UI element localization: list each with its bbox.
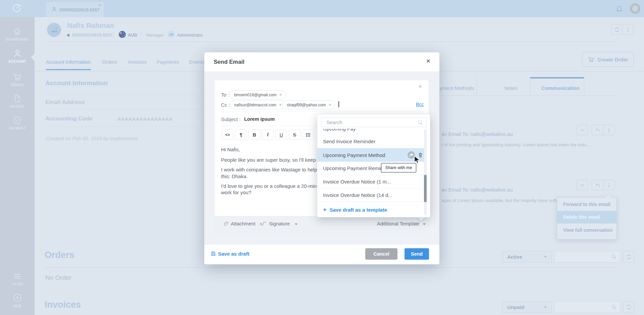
tab-notes[interactable]: Notes	[504, 85, 518, 91]
reply-email-button[interactable]	[592, 125, 603, 135]
orders-section-title: Orders	[45, 250, 74, 260]
template-search	[321, 117, 427, 127]
bcc-link[interactable]: Bcc	[416, 102, 424, 107]
refresh-button[interactable]	[611, 24, 623, 35]
app-logo-icon[interactable]	[11, 3, 23, 14]
tab-invoices[interactable]: Invoices	[128, 59, 147, 65]
send-button[interactable]: Send	[405, 248, 429, 260]
search-icon	[611, 304, 617, 310]
orders-search-input[interactable]	[554, 251, 621, 263]
menu-item-delete[interactable]: Delete this email	[557, 211, 616, 223]
remove-recipient-icon[interactable]: ✕	[328, 103, 331, 107]
create-order-button[interactable]: Create Order	[582, 52, 634, 67]
chevron-down-icon	[423, 223, 426, 225]
dropdown-scrollbar-thumb[interactable]	[424, 175, 427, 202]
email-more-options-button[interactable]: ⋮	[603, 125, 615, 135]
invoices-search-input[interactable]	[554, 301, 621, 313]
divider	[530, 78, 530, 96]
section-title-account-information: Account Information	[45, 80, 108, 87]
attachment-button[interactable]: Attachment	[231, 221, 255, 226]
notifications-bell-icon[interactable]	[615, 5, 623, 13]
divider	[46, 42, 616, 42]
tab-events[interactable]: Events	[189, 59, 205, 65]
aud-flag-icon	[119, 31, 126, 38]
sidebar-item-label: INVOICE	[0, 105, 35, 108]
invoices-status-select[interactable]: Unpaid	[502, 301, 552, 313]
tab-close-icon[interactable]: ✕	[98, 3, 101, 7]
template-item[interactable]: Invoice Overdue Notice (1 m...	[317, 175, 424, 189]
tab-orders[interactable]: Orders	[102, 59, 117, 65]
sidebar-item-todo[interactable]: TO DO	[0, 272, 35, 286]
manager-badge: AD	[168, 31, 175, 38]
list-button[interactable]	[302, 129, 314, 140]
manager-label: Manager:	[146, 33, 165, 38]
tab-account-information[interactable]: Account Information	[46, 59, 91, 65]
paragraph-button[interactable]: ¶	[235, 129, 247, 140]
sidebar-item-label: PAYMENT	[0, 126, 35, 130]
additional-template-button[interactable]: Additional Template	[377, 221, 419, 226]
email-body-editor[interactable]: Hi Nafis, People like you are super busy…	[215, 142, 327, 214]
tab-communication[interactable]: Communication	[541, 85, 579, 91]
template-item[interactable]: Invoice Overdue Notice (14 d...	[317, 189, 424, 202]
person-icon	[0, 49, 35, 58]
account-number: 000000020619-5557	[72, 33, 112, 38]
sidebar-item-order[interactable]: ORDER	[0, 72, 35, 87]
email-item-title: an Email To: nafis@webalive.au	[441, 131, 513, 137]
active-tab-underline	[46, 69, 91, 70]
manager-name: Administrator	[177, 33, 203, 38]
search-icon	[611, 254, 617, 260]
more-options-button[interactable]: ⋮	[622, 24, 634, 35]
divider	[141, 32, 141, 37]
tab-payments[interactable]: Payments	[157, 59, 179, 65]
email-item-title: an Email To: nafis@webalive.au	[441, 187, 513, 193]
floppy-icon	[211, 251, 216, 256]
reply-email-button[interactable]	[592, 180, 603, 190]
invoices-refresh-button[interactable]	[623, 301, 634, 313]
user-avatar[interactable]	[630, 3, 640, 14]
strikethrough-button[interactable]: S	[289, 129, 301, 140]
save-draft-as-template-action[interactable]: + Save draft as a template	[317, 203, 424, 217]
customer-name: Nafis Rahman	[67, 21, 114, 30]
bold-button[interactable]: B	[249, 129, 260, 140]
email-more-options-button[interactable]: ⋮	[603, 180, 615, 190]
underline-button[interactable]: U	[275, 129, 287, 140]
dropdown-scrollbar-track	[424, 129, 427, 215]
account-tab[interactable]: 000000020619-5557 ✕	[46, 2, 104, 17]
cc-chip: nafisur@bitmascot.com ✕	[230, 100, 285, 109]
body-line: Hi Nafis,	[221, 147, 240, 152]
signature-button[interactable]: Signature	[269, 221, 290, 226]
expand-email-button[interactable]	[577, 180, 588, 190]
active-right-tab-bar	[530, 77, 584, 78]
orders-refresh-button[interactable]	[623, 251, 634, 263]
sidebar-item-dashboard[interactable]: DASHBOARD	[0, 27, 35, 41]
menu-item-view-conversation[interactable]: View full conversation	[557, 223, 616, 237]
template-item-clipped[interactable]: Upcoming Pay	[317, 129, 424, 133]
close-icon[interactable]: ✕	[426, 58, 431, 65]
sidebar-item-new[interactable]: NEW	[0, 293, 35, 308]
subject-value[interactable]: Lorem ipsum	[244, 116, 275, 122]
remove-recipient-icon[interactable]: ✕	[279, 93, 282, 97]
sidebar-item-label: ORDER	[0, 83, 35, 87]
save-as-draft-link[interactable]: Save as draft	[218, 251, 249, 257]
close-icon[interactable]: ✕	[419, 84, 422, 89]
modal-header: Send Email ✕	[204, 52, 439, 72]
italic-button[interactable]: I	[262, 129, 274, 140]
code-view-button[interactable]: <>	[222, 129, 233, 140]
expand-email-button[interactable]	[577, 125, 588, 135]
cc-email: nafisur@bitmascot.com	[234, 103, 276, 107]
template-item[interactable]: Send Invoice Reminder	[317, 135, 424, 148]
create-order-label: Create Order	[597, 57, 628, 62]
compose-footer-bar: Attachment Signature Additional Template	[215, 216, 429, 232]
tab-payment-methods[interactable]: Payment Methods	[433, 85, 474, 91]
share-tooltip: Share with me	[381, 163, 416, 172]
orders-status-select[interactable]: Active	[502, 251, 552, 263]
template-search-input[interactable]	[322, 118, 426, 127]
sidebar-item-invoice[interactable]: INVOICE	[0, 94, 35, 108]
remove-recipient-icon[interactable]: ✕	[279, 103, 282, 107]
app-screen: 000000020619-5557 ✕ DASHBOARD ACCOUNT	[0, 0, 644, 315]
cancel-button[interactable]: Cancel	[365, 248, 397, 260]
sidebar-item-payment[interactable]: PAYMENT	[0, 116, 35, 130]
sidebar-item-account[interactable]: ACCOUNT	[0, 49, 35, 63]
body-line: this: Dhaka.	[221, 173, 248, 179]
body-line: I'd love to give you or a colleague a 20…	[221, 183, 327, 189]
